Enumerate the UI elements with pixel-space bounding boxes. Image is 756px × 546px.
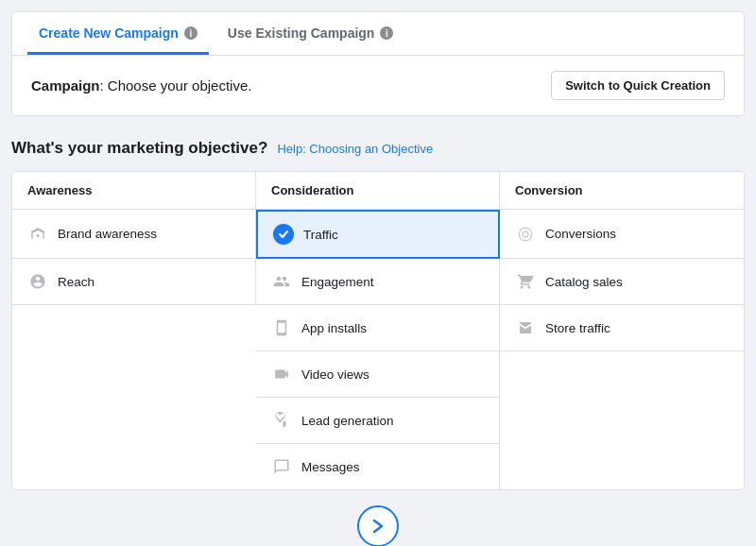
reach-icon xyxy=(27,271,48,292)
traffic-label: Traffic xyxy=(303,228,338,242)
tab-bar: Create New Campaign i Use Existing Campa… xyxy=(12,12,744,56)
engagement-icon xyxy=(271,271,292,292)
campaign-text: : Choose your objective. xyxy=(100,77,252,94)
catalog-sales-label: Catalog sales xyxy=(545,275,623,289)
objective-engagement[interactable]: Engagement xyxy=(256,259,500,305)
objective-app-installs[interactable]: App installs xyxy=(256,305,500,351)
campaign-card: Create New Campaign i Use Existing Campa… xyxy=(11,11,745,116)
objective-catalog-sales[interactable]: Catalog sales xyxy=(500,259,744,305)
objective-lead-generation[interactable]: Lead generation xyxy=(256,398,500,444)
conversions-icon xyxy=(515,224,536,245)
reach-label: Reach xyxy=(58,275,94,289)
consideration-header: Consideration xyxy=(256,172,500,210)
objective-store-traffic[interactable]: Store traffic xyxy=(500,305,744,351)
store-traffic-label: Store traffic xyxy=(545,321,610,335)
objective-traffic[interactable]: Traffic xyxy=(256,210,500,259)
catalog-sales-icon xyxy=(515,271,536,292)
engagement-label: Engagement xyxy=(301,275,374,289)
conversion-header: Conversion xyxy=(500,172,744,210)
create-new-info-icon[interactable]: i xyxy=(184,26,198,40)
campaign-objective-label: Campaign: Choose your objective. xyxy=(31,77,251,94)
lead-generation-icon xyxy=(271,410,292,431)
svg-point-1 xyxy=(523,231,528,237)
lead-generation-label: Lead generation xyxy=(301,414,394,428)
brand-awareness-label: Brand awareness xyxy=(58,227,157,241)
awareness-header: Awareness xyxy=(12,172,256,210)
help-link[interactable]: Help: Choosing an Objective xyxy=(277,142,433,156)
objectives-table: Awareness Consideration Conversion Brand… xyxy=(11,171,745,490)
traffic-check-icon xyxy=(273,224,294,245)
tab-create-new[interactable]: Create New Campaign i xyxy=(27,12,209,55)
objective-conversions[interactable]: Conversions xyxy=(500,210,744,259)
main-content: What's your marketing objective? Help: C… xyxy=(0,124,756,546)
objective-reach[interactable]: Reach xyxy=(12,259,256,305)
campaign-prefix: Campaign xyxy=(31,77,100,94)
video-views-icon xyxy=(271,364,292,384)
conversions-label: Conversions xyxy=(545,227,616,241)
store-traffic-icon xyxy=(515,317,536,338)
campaign-bar: Campaign: Choose your objective. Switch … xyxy=(12,56,744,115)
messages-icon xyxy=(271,456,292,477)
objective-brand-awareness[interactable]: Brand awareness xyxy=(12,210,256,259)
marketing-objective-title: What's your marketing objective? xyxy=(11,139,267,158)
video-views-label: Video views xyxy=(301,367,369,382)
svg-point-0 xyxy=(519,228,532,241)
section-title: What's your marketing objective? Help: C… xyxy=(11,139,745,158)
objective-video-views[interactable]: Video views xyxy=(256,351,500,398)
app-installs-icon xyxy=(271,317,292,338)
objective-messages[interactable]: Messages xyxy=(256,444,500,489)
tab-create-new-label: Create New Campaign xyxy=(39,26,179,41)
tab-use-existing-label: Use Existing Campaign xyxy=(228,26,375,41)
messages-label: Messages xyxy=(301,460,360,474)
brand-awareness-icon xyxy=(27,224,48,245)
next-btn-container xyxy=(11,505,745,546)
quick-creation-button[interactable]: Switch to Quick Creation xyxy=(551,71,725,100)
app-installs-label: App installs xyxy=(301,321,367,335)
next-button[interactable] xyxy=(357,505,399,546)
use-existing-info-icon[interactable]: i xyxy=(380,26,393,40)
tab-use-existing[interactable]: Use Existing Campaign i xyxy=(216,12,405,55)
